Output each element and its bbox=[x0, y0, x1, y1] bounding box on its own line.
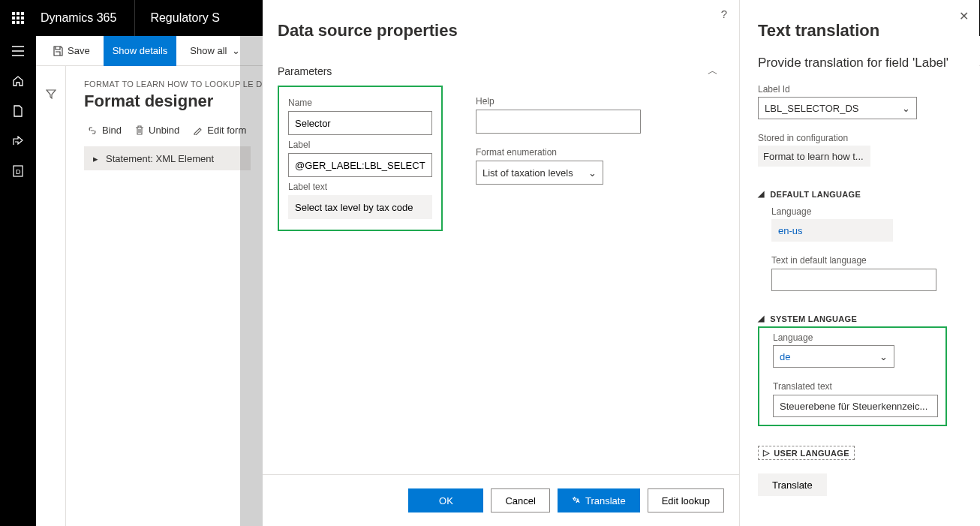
stored-label: Stored in configuration bbox=[758, 133, 961, 143]
svg-rect-7 bbox=[17, 21, 20, 24]
document-icon[interactable] bbox=[0, 96, 36, 126]
home-icon[interactable] bbox=[0, 66, 36, 96]
tr-title: Text translation bbox=[758, 21, 961, 41]
svg-rect-0 bbox=[12, 12, 15, 15]
close-icon[interactable]: ✕ bbox=[959, 9, 969, 23]
tr-description: Provide translation for field 'Label' bbox=[758, 56, 961, 71]
datasource-properties-panel: ? Data source properties Parameters ︿ Na… bbox=[263, 0, 739, 526]
ok-button[interactable]: OK bbox=[408, 488, 483, 512]
filter-icon[interactable] bbox=[46, 89, 56, 526]
background-dim bbox=[240, 36, 263, 526]
name-label: Name bbox=[288, 98, 432, 108]
label-id-label: Label Id bbox=[758, 84, 961, 95]
panel-footer: OK Cancel Translate Edit lookup bbox=[263, 474, 739, 526]
svg-rect-3 bbox=[12, 17, 15, 20]
svg-text:D: D bbox=[16, 168, 21, 176]
label-id-value: LBL_SELECTOR_DS bbox=[765, 103, 859, 114]
format-enum-label: Format enumeration bbox=[476, 147, 641, 158]
save-button[interactable]: Save bbox=[44, 36, 99, 66]
default-text-label: Text in default language bbox=[771, 255, 961, 266]
stored-value: Format to learn how t... bbox=[758, 146, 870, 167]
chevron-down-icon: ⌄ bbox=[902, 103, 910, 114]
label-input[interactable] bbox=[288, 153, 432, 177]
svg-rect-1 bbox=[17, 12, 20, 15]
hamburger-icon[interactable] bbox=[0, 36, 36, 66]
default-language-heading: DEFAULT LANGUAGE bbox=[770, 190, 861, 199]
bind-label: Bind bbox=[102, 125, 122, 136]
brand-name[interactable]: Dynamics 365 bbox=[36, 11, 134, 25]
parameters-highlight-box: Name Label Label text bbox=[278, 86, 443, 231]
svg-rect-6 bbox=[12, 21, 15, 24]
tree-item-statement[interactable]: ▸ Statement: XML Element bbox=[84, 146, 251, 170]
pencil-icon bbox=[193, 125, 203, 135]
svg-rect-2 bbox=[21, 12, 24, 15]
parameters-label: Parameters bbox=[278, 65, 332, 77]
show-details-button[interactable]: Show details bbox=[104, 36, 177, 66]
translate-button[interactable]: Translate bbox=[558, 488, 640, 512]
filter-column bbox=[36, 66, 66, 526]
default-language-section[interactable]: ◢ DEFAULT LANGUAGE bbox=[758, 189, 961, 199]
module-name[interactable]: Regulatory S bbox=[134, 0, 235, 36]
bind-button[interactable]: Bind bbox=[87, 125, 122, 136]
default-language-label: Language bbox=[771, 206, 961, 217]
edit-lookup-button[interactable]: Edit lookup bbox=[648, 488, 724, 512]
svg-rect-4 bbox=[17, 17, 20, 20]
system-language-highlight-box: Language de ⌄ Translated text Steuereben… bbox=[758, 326, 947, 426]
module-icon[interactable]: D bbox=[0, 156, 36, 186]
unbind-label: Unbind bbox=[149, 125, 179, 136]
link-icon bbox=[87, 126, 98, 135]
show-all-label: Show all bbox=[190, 45, 227, 56]
triangle-down-icon: ◢ bbox=[758, 314, 764, 323]
user-language-section[interactable]: ▷ USER LANGUAGE bbox=[758, 446, 855, 460]
translate-icon bbox=[572, 496, 581, 505]
labeltext-label: Label text bbox=[288, 182, 432, 192]
translated-text-input[interactable]: Steuerebene für Steuerkennzeic... bbox=[773, 395, 938, 417]
system-language-section[interactable]: ◢ SYSTEM LANGUAGE bbox=[758, 314, 961, 323]
chevron-down-icon: ⌄ bbox=[232, 45, 240, 56]
format-enum-dropdown[interactable]: List of taxation levels ⌄ bbox=[476, 161, 603, 185]
left-nav-rail: D bbox=[0, 36, 36, 526]
system-language-label: Language bbox=[773, 332, 939, 343]
svg-rect-8 bbox=[21, 21, 24, 24]
text-translation-panel: ✕ Text translation Provide translation f… bbox=[739, 0, 979, 526]
labeltext-input bbox=[288, 195, 432, 219]
default-language-value: en-us bbox=[771, 219, 893, 242]
save-label: Save bbox=[68, 45, 90, 56]
expand-icon[interactable]: ▸ bbox=[93, 153, 98, 164]
triangle-right-icon: ▷ bbox=[763, 448, 769, 458]
default-language-text: en-us bbox=[778, 225, 803, 236]
default-text-input[interactable] bbox=[771, 269, 936, 291]
system-language-value: de bbox=[780, 351, 790, 362]
system-language-heading: SYSTEM LANGUAGE bbox=[770, 314, 857, 323]
edit-formula-button[interactable]: Edit form bbox=[193, 125, 246, 136]
name-input[interactable] bbox=[288, 111, 432, 135]
trash-icon bbox=[135, 125, 144, 136]
share-icon[interactable] bbox=[0, 126, 36, 156]
tree-item-label: Statement: XML Element bbox=[106, 153, 214, 164]
chevron-down-icon: ⌄ bbox=[588, 167, 597, 179]
label-id-dropdown[interactable]: LBL_SELECTOR_DS ⌄ bbox=[758, 97, 917, 119]
svg-rect-5 bbox=[21, 17, 24, 20]
user-language-heading: USER LANGUAGE bbox=[774, 449, 849, 458]
panel-title: Data source properties bbox=[263, 21, 739, 53]
cancel-button[interactable]: Cancel bbox=[491, 488, 549, 512]
parameters-section-header[interactable]: Parameters ︿ bbox=[278, 60, 724, 89]
unbind-button[interactable]: Unbind bbox=[135, 125, 179, 136]
app-launcher-icon[interactable] bbox=[0, 0, 36, 36]
format-enum-value: List of taxation levels bbox=[482, 167, 573, 179]
chevron-up-icon: ︿ bbox=[708, 65, 718, 78]
chevron-down-icon: ⌄ bbox=[879, 351, 888, 362]
help-input[interactable] bbox=[476, 110, 641, 134]
triangle-down-icon: ◢ bbox=[758, 189, 764, 199]
translate-action-button[interactable]: Translate bbox=[758, 473, 827, 496]
help-icon[interactable]: ? bbox=[721, 8, 727, 20]
translate-label: Translate bbox=[585, 495, 626, 506]
system-language-dropdown[interactable]: de ⌄ bbox=[773, 345, 894, 368]
translated-text-label: Translated text bbox=[773, 381, 939, 392]
help-label: Help bbox=[476, 96, 641, 107]
label-label: Label bbox=[288, 140, 432, 150]
save-icon bbox=[53, 46, 63, 56]
show-all-button[interactable]: Show all ⌄ bbox=[181, 36, 248, 66]
